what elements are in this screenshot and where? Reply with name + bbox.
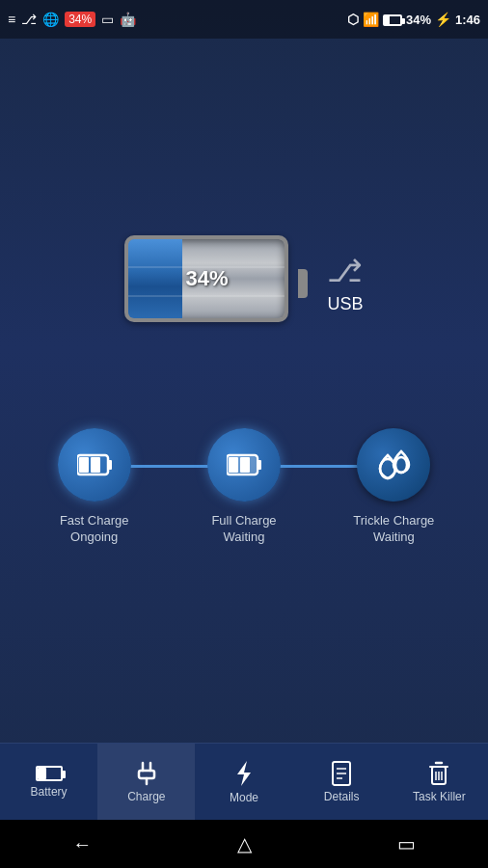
usb-section: ⎇ USB xyxy=(327,253,363,314)
main-content: 34% ⎇ USB Fast Charge On xyxy=(0,39,488,743)
nav-details-icon xyxy=(331,761,352,786)
time-display: 1:46 xyxy=(455,13,480,27)
svg-rect-1 xyxy=(108,460,112,470)
nav-battery-icon xyxy=(36,766,63,781)
charging-bolt-status: ⚡ xyxy=(435,12,451,27)
battery-percent-label: 34% xyxy=(185,266,228,291)
nav-battery-label: Battery xyxy=(31,785,68,799)
stage-trickle-charge[interactable]: Trickle Charge Waiting xyxy=(319,428,469,546)
nav-charge[interactable]: Charge xyxy=(97,744,195,820)
charge-stages: Fast Charge Ongoing Full Charge Waiting xyxy=(19,428,469,546)
battery-percent-status: 34% xyxy=(406,13,431,27)
fast-charge-icon xyxy=(77,453,112,476)
nav-details[interactable]: Details xyxy=(293,744,391,820)
svg-rect-3 xyxy=(91,457,100,473)
system-bar: ← △ ▭ xyxy=(0,820,488,868)
home-button[interactable]: △ xyxy=(230,825,259,863)
usb-status-icon: ⎇ xyxy=(21,12,37,27)
nav-task-killer[interactable]: Task Killer xyxy=(391,744,488,820)
nav-battery[interactable]: Battery xyxy=(0,744,97,820)
nav-task-killer-label: Task Killer xyxy=(413,790,466,803)
stage-fast-charge-circle xyxy=(58,428,131,502)
notification-count: 34% xyxy=(65,12,95,27)
app-icon: 🌐 xyxy=(42,12,59,27)
trickle-charge-icon xyxy=(374,448,413,482)
screen-icon: ▭ xyxy=(101,12,114,27)
battery-section: 34% ⎇ USB xyxy=(124,235,363,332)
back-button[interactable]: ← xyxy=(65,826,99,863)
nav-charge-icon xyxy=(134,761,159,786)
stage-fast-charge-label: Fast Charge Ongoing xyxy=(60,513,129,546)
nav-mode-icon xyxy=(233,760,255,787)
full-charge-icon xyxy=(227,453,261,476)
nav-mode-label: Mode xyxy=(230,791,258,804)
usb-label: USB xyxy=(327,294,363,314)
usb-icon: ⎇ xyxy=(327,253,363,289)
stage-fast-charge[interactable]: Fast Charge Ongoing xyxy=(19,428,169,546)
status-right-icons: ⬡ 📶 34% ⚡ 1:46 xyxy=(347,12,480,27)
stage-full-charge[interactable]: Full Charge Waiting xyxy=(169,428,318,546)
bottom-nav: Battery Charge Mode Details xyxy=(0,743,488,820)
svg-rect-8 xyxy=(229,457,256,473)
bluetooth-icon: ⬡ xyxy=(347,12,359,27)
status-bar: ≡ ⎇ 🌐 34% ▭ 🤖 ⬡ 📶 34% ⚡ 1:46 xyxy=(0,0,488,39)
svg-rect-2 xyxy=(79,457,89,473)
battery-visual: 34% xyxy=(124,235,298,332)
nav-task-killer-icon xyxy=(427,761,450,786)
recents-button[interactable]: ▭ xyxy=(390,825,423,863)
android-icon: 🤖 xyxy=(120,12,136,27)
battery-tip xyxy=(298,269,308,298)
status-left-icons: ≡ ⎇ 🌐 34% ▭ 🤖 xyxy=(8,12,136,27)
nav-charge-label: Charge xyxy=(127,790,165,803)
stage-full-charge-label: Full Charge Waiting xyxy=(211,513,276,546)
battery-body: 34% xyxy=(124,235,288,322)
svg-rect-5 xyxy=(258,460,261,470)
stage-full-charge-circle xyxy=(207,428,281,502)
stage-trickle-charge-label: Trickle Charge Waiting xyxy=(353,513,434,546)
signal-icon: 📶 xyxy=(363,12,379,27)
nav-details-label: Details xyxy=(324,790,360,803)
battery-indicator xyxy=(383,12,402,27)
nav-mode[interactable]: Mode xyxy=(195,744,292,820)
stage-trickle-charge-circle xyxy=(357,428,430,502)
svg-marker-15 xyxy=(237,761,251,786)
menu-icon: ≡ xyxy=(8,12,15,27)
